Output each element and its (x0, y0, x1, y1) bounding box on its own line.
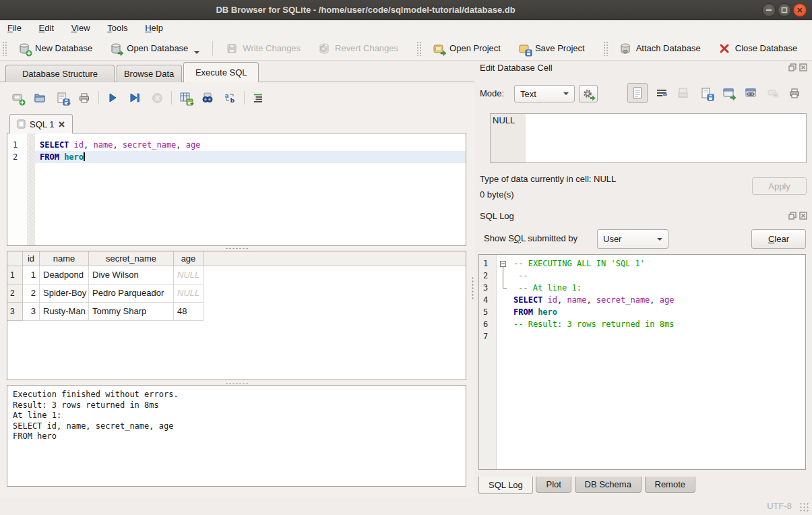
dock-tab-remote[interactable]: Remote (645, 477, 696, 493)
close-button[interactable] (793, 3, 807, 17)
menu-edit[interactable]: Edit (32, 20, 61, 36)
tab-database-structure[interactable]: Database Structure (5, 65, 115, 82)
save-dropdown-icon[interactable] (67, 103, 71, 105)
cell-age[interactable]: NULL (174, 284, 204, 303)
splitter-editor-results[interactable] (7, 245, 466, 251)
splitter-main-dock[interactable] (470, 61, 476, 497)
import-cell-button[interactable] (674, 84, 693, 102)
log-fold-margin (497, 255, 509, 469)
row-number[interactable]: 2 (7, 284, 23, 303)
open-database-dropdown-icon[interactable] (194, 51, 199, 54)
print-button[interactable] (75, 89, 94, 107)
save-results-dropdown-icon[interactable] (190, 103, 194, 105)
open-project-button[interactable]: Open Project (424, 38, 509, 59)
new-database-button[interactable]: New Database (9, 38, 101, 59)
find-button[interactable] (198, 89, 217, 107)
results-grid[interactable]: id name secret_name age 1 1 Deadpond Div… (7, 251, 466, 380)
encoding-indicator[interactable]: UTF-8 (767, 501, 792, 511)
write-changes-button[interactable]: Write Changes (217, 38, 309, 59)
toolbar-drag-handle[interactable] (2, 41, 7, 56)
cell-secret-name[interactable]: Tommy Sharp (89, 303, 174, 321)
sql-log-view[interactable]: 1 2 3 4 5 6 7 -- EXECUTING ALL IN 'SQL 1… (478, 254, 806, 470)
cell-id[interactable]: 2 (23, 284, 40, 303)
float-dock-icon[interactable] (788, 63, 797, 71)
column-header-age[interactable]: age (174, 251, 204, 266)
close-database-button[interactable]: Close Database (710, 38, 807, 59)
attach-database-button[interactable]: Attach Database (611, 38, 710, 59)
toolbar-drag-handle[interactable] (603, 41, 608, 56)
word-wrap-button[interactable] (652, 84, 671, 102)
column-header-id[interactable]: id (23, 251, 40, 266)
cell-name[interactable]: Deadpond (40, 266, 89, 284)
cell-name[interactable]: Spider-Boy (40, 284, 89, 303)
dock-tab-db-schema[interactable]: DB Schema (575, 477, 642, 493)
titlebar[interactable]: DB Browser for SQLite - /home/user/code/… (0, 0, 812, 20)
log-filter-select[interactable]: User (597, 229, 668, 249)
log-line: -- (509, 270, 805, 282)
maximize-button[interactable] (778, 3, 791, 17)
corner-header[interactable] (7, 251, 23, 266)
cell-age[interactable]: NULL (174, 266, 204, 284)
toolbar-drag-handle[interactable] (416, 41, 422, 56)
menu-tools[interactable]: Tools (100, 20, 135, 36)
dock-tab-plot[interactable]: Plot (536, 477, 571, 493)
menu-help[interactable]: Help (137, 20, 170, 36)
close-dock-icon[interactable] (799, 63, 807, 71)
sql-editor-tab[interactable]: SQL 1 (9, 114, 73, 133)
code-area[interactable]: SELECT id, name, secret_name, age FROM h… (35, 133, 466, 245)
format-sql-button[interactable] (249, 89, 268, 107)
write-changes-icon (226, 42, 238, 55)
open-database-button[interactable]: Open Database (101, 38, 208, 59)
log-code-area[interactable]: -- EXECUTING ALL IN 'SQL 1' -- -- At lin… (509, 255, 805, 469)
fold-collapse-icon[interactable] (500, 261, 506, 267)
cell-id[interactable]: 1 (23, 266, 40, 284)
open-in-external-button[interactable] (719, 84, 738, 102)
set-null-button[interactable] (763, 84, 782, 102)
close-tab-icon[interactable] (58, 121, 65, 128)
row-number[interactable]: 1 (7, 266, 23, 284)
execute-all-button[interactable] (103, 89, 122, 107)
row-number[interactable]: 3 (7, 303, 23, 321)
new-sql-tab-button[interactable] (8, 89, 27, 107)
close-dock-icon[interactable] (799, 212, 807, 220)
tab-execute-sql[interactable]: Execute SQL (183, 62, 259, 82)
sql-code-editor[interactable]: 1 2 SELECT id, name, secret_name, age FR… (7, 133, 466, 246)
auto-switch-mode-button[interactable] (579, 85, 598, 102)
save-project-button[interactable]: Save Project (509, 38, 594, 59)
edit-cell-dock-title: Edit Database Cell (480, 63, 553, 73)
execution-message-box[interactable]: Execution finished without errors. Resul… (7, 385, 466, 487)
open-sql-file-button[interactable] (30, 89, 49, 107)
minimize-button[interactable] (762, 3, 776, 17)
cell-secret-name[interactable]: Pedro Parqueador (89, 284, 174, 303)
export-cell-button[interactable] (697, 84, 716, 102)
stop-button[interactable] (148, 89, 166, 107)
print-cell-button[interactable] (785, 84, 804, 102)
cell-editor[interactable]: NULL (490, 113, 807, 163)
log-line-number-gutter: 1 2 3 4 5 6 7 (479, 255, 497, 469)
log-line: -- Result: 3 rows returned in 8ms (509, 318, 805, 330)
execute-line-icon (129, 92, 140, 103)
menu-file[interactable]: File (0, 20, 29, 36)
cell-age[interactable]: 48 (174, 303, 204, 321)
tab-browse-data[interactable]: Browse Data (117, 65, 182, 82)
clear-log-button[interactable]: Clear (751, 229, 806, 249)
revert-changes-button[interactable]: Revert Changes (309, 38, 407, 59)
replace-button[interactable]: ab (220, 89, 239, 107)
save-sql-file-button[interactable] (53, 89, 71, 107)
cell-secret-name[interactable]: Dive Wilson (89, 266, 174, 284)
save-results-button[interactable] (176, 89, 195, 107)
dock-tab-sql-log[interactable]: SQL Log (478, 477, 533, 494)
column-header-name[interactable]: name (40, 251, 89, 266)
open-as-link-button[interactable] (741, 84, 760, 102)
text-mode-button[interactable] (627, 83, 648, 103)
apply-button[interactable]: Apply (752, 177, 807, 195)
mode-select[interactable]: Text (514, 85, 575, 102)
cell-name[interactable]: Rusty-Man (40, 303, 89, 321)
execute-line-button[interactable] (125, 89, 144, 107)
column-header-secret-name[interactable]: secret_name (89, 251, 174, 266)
menu-view[interactable]: View (64, 20, 98, 36)
cell-id[interactable]: 3 (23, 303, 40, 321)
resize-grip[interactable] (800, 503, 809, 512)
window-title: DB Browser for SQLite - /home/user/code/… (0, 0, 731, 20)
float-dock-icon[interactable] (788, 212, 797, 220)
